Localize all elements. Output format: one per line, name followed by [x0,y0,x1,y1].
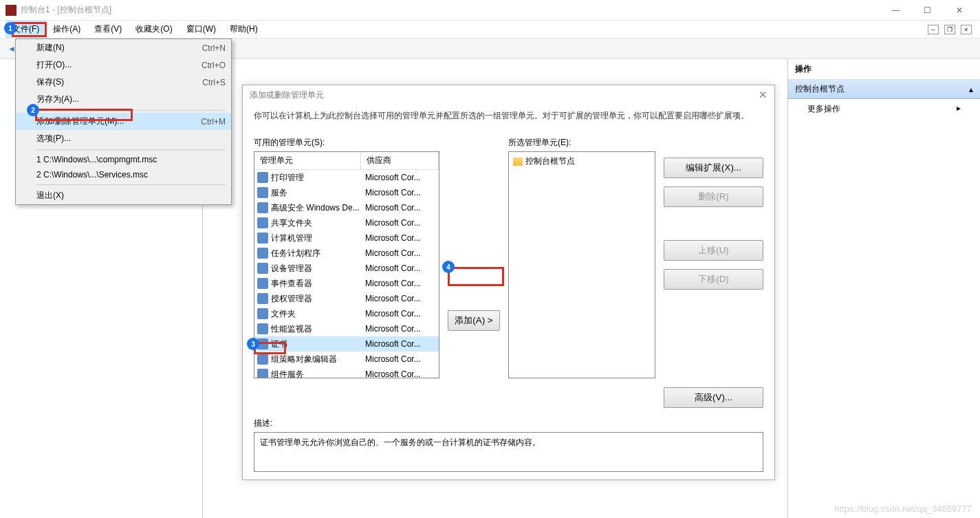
snapin-icon [257,293,268,304]
actions-more[interactable]: 更多操作 ▸ [788,99,980,119]
snapin-row[interactable]: 打印管理Microsoft Cor... [254,170,439,185]
snapin-icon [257,338,268,349]
file-menu-item[interactable]: 另存为(A)... [16,91,231,108]
file-menu-item[interactable]: 打开(O)...Ctrl+O [16,56,231,74]
available-snapins-list[interactable]: 管理单元 供应商 打印管理Microsoft Cor...服务Microsoft… [254,151,439,378]
selected-label: 所选管理单元(E): [508,137,655,149]
snapin-row[interactable]: 任务计划程序Microsoft Cor... [254,246,439,261]
snapin-row[interactable]: 计算机管理Microsoft Cor... [254,230,439,246]
menu-item-3[interactable]: 收藏夹(O) [129,21,179,38]
snapin-icon [257,308,268,319]
desc-label: 描述: [254,418,763,429]
menu-item-2[interactable]: 查看(V) [87,21,129,38]
snapin-icon [257,233,268,244]
desc-box: 证书管理单元允许你浏览自己的、一个服务的或一台计算机的证书存储内容。 [254,432,763,472]
actions-section-label: 控制台根节点 [795,83,845,95]
snapin-row[interactable]: 性能监视器Microsoft Cor... [254,321,439,336]
snapin-icon [257,323,268,334]
file-menu-item[interactable]: 1 C:\Windows\...\compmgmt.msc [16,152,231,167]
actions-panel: 操作 控制台根节点 ▴ 更多操作 ▸ [787,59,980,518]
window-title: 控制台1 - [控制台根节点] [21,4,880,16]
add-button[interactable]: 添加(A) > [448,310,500,331]
actions-header: 操作 [788,59,980,80]
move-down-button[interactable]: 下移(D) [664,269,763,290]
collapse-icon: ▴ [969,85,973,94]
snapin-icon [257,217,268,228]
minimize-button[interactable]: — [880,1,911,20]
file-menu-item[interactable]: 新建(N)Ctrl+N [16,39,231,56]
chevron-right-icon: ▸ [957,103,961,115]
snapin-icon [257,354,268,365]
file-dropdown: 新建(N)Ctrl+N打开(O)...Ctrl+O保存(S)Ctrl+S另存为(… [15,39,232,205]
snapin-row[interactable]: 证书Microsoft Cor... [254,336,439,352]
actions-section[interactable]: 控制台根节点 ▴ [788,80,980,99]
selected-root-node[interactable]: 控制台根节点 [512,155,652,168]
snapin-row[interactable]: 组件服务Microsoft Cor... [254,367,439,378]
menubar: 文件(F)操作(A)查看(V)收藏夹(O)窗口(W)帮助(H) – ❐ × [0,21,980,39]
file-menu-item[interactable]: 添加/删除管理单元(M)...Ctrl+M [16,113,231,130]
snapin-dialog: 添加或删除管理单元 ✕ 你可以在计算机上为此控制台选择可用的管理单元并配置所选的… [242,85,775,480]
snapin-row[interactable]: 服务Microsoft Cor... [254,185,439,200]
close-button[interactable]: ✕ [944,1,974,20]
snapin-icon [257,248,268,259]
maximize-button[interactable]: ☐ [912,1,943,20]
advanced-button[interactable]: 高级(V)... [664,387,763,408]
header-snapin[interactable]: 管理单元 [254,152,361,169]
header-vendor[interactable]: 供应商 [361,152,439,169]
remove-button[interactable]: 删除(R) [664,186,763,207]
move-up-button[interactable]: 上移(U) [664,240,763,261]
file-menu-item[interactable]: 选项(P)... [16,130,231,147]
snapin-icon [257,278,268,289]
menu-item-4[interactable]: 窗口(W) [179,21,223,38]
snapin-row[interactable]: 授权管理器Microsoft Cor... [254,291,439,306]
dialog-close-button[interactable]: ✕ [759,89,767,101]
snapin-icon [257,187,268,198]
snapin-icon [257,263,268,274]
snapin-row[interactable]: 组策略对象编辑器Microsoft Cor... [254,352,439,367]
file-menu-item[interactable]: 2 C:\Windows\...\Services.msc [16,167,231,182]
snapin-row[interactable]: 共享文件夹Microsoft Cor... [254,215,439,230]
menu-item-1[interactable]: 操作(A) [46,21,87,38]
child-restore-button[interactable]: ❐ [944,25,955,34]
menu-item-0[interactable]: 文件(F) [6,21,46,38]
snapin-icon [257,172,268,183]
selected-snapins-list[interactable]: 控制台根节点 [508,151,655,378]
file-menu-item[interactable]: 保存(S)Ctrl+S [16,74,231,91]
snapin-row[interactable]: 事件查看器Microsoft Cor... [254,276,439,291]
snapin-icon [257,202,268,213]
selected-root-label: 控制台根节点 [525,155,575,167]
edit-extensions-button[interactable]: 编辑扩展(X)... [664,158,763,178]
snapin-row[interactable]: 高级安全 Windows De...Microsoft Cor... [254,200,439,215]
file-menu-item[interactable]: 退出(X) [16,187,231,204]
app-icon [6,5,17,16]
folder-icon [513,158,523,166]
menu-item-5[interactable]: 帮助(H) [223,21,265,38]
titlebar: 控制台1 - [控制台根节点] — ☐ ✕ [0,0,980,21]
child-close-button[interactable]: × [961,25,972,34]
actions-more-label: 更多操作 [807,103,840,115]
snapin-icon [257,369,268,378]
dialog-description: 你可以在计算机上为此控制台选择可用的管理单元并配置所选的一组管理单元。对于可扩展… [254,110,763,122]
snapin-row[interactable]: 设备管理器Microsoft Cor... [254,261,439,276]
dialog-title: 添加或删除管理单元 [250,89,324,101]
child-minimize-button[interactable]: – [928,25,939,34]
available-label: 可用的管理单元(S): [254,137,439,149]
snapin-row[interactable]: 文件夹Microsoft Cor... [254,306,439,321]
